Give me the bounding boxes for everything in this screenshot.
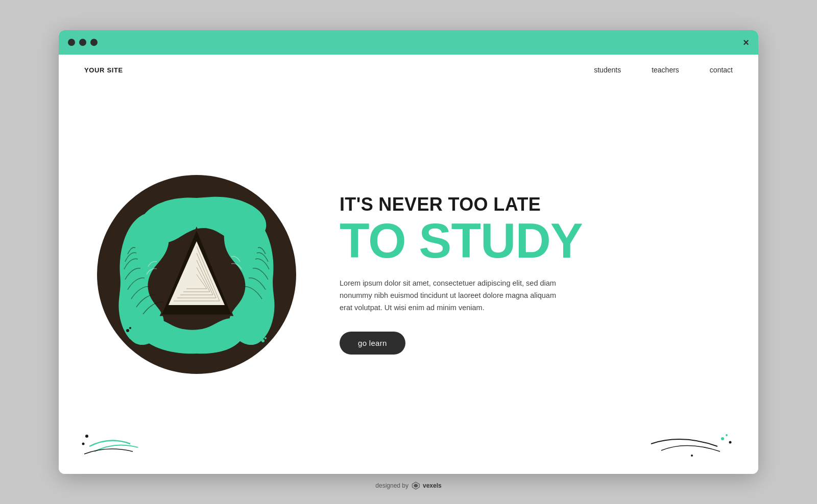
svg-point-5 — [85, 435, 88, 438]
svg-point-2 — [129, 327, 131, 329]
svg-point-8 — [726, 434, 728, 436]
svg-point-9 — [729, 441, 732, 444]
hero-section: IT'S NEVER TOO LATE TO STUDY Lorem ipsum… — [59, 85, 758, 474]
dot-1 — [68, 39, 75, 46]
browser-window: × YOUR SITE students teachers contact — [59, 30, 758, 474]
svg-point-6 — [82, 443, 85, 445]
dot-2 — [79, 39, 86, 46]
cta-button[interactable]: go learn — [340, 332, 405, 355]
close-button[interactable]: × — [743, 37, 749, 47]
watermark-prefix: designed by — [375, 482, 408, 489]
nav-logo[interactable]: YOUR SITE — [84, 66, 123, 74]
nav-link-students[interactable]: students — [594, 66, 621, 74]
svg-point-7 — [721, 437, 724, 440]
hero-subtitle: IT'S NEVER TOO LATE — [340, 194, 733, 215]
nav-links: students teachers contact — [594, 66, 733, 74]
nav-link-contact[interactable]: contact — [710, 66, 733, 74]
svg-point-10 — [691, 455, 693, 457]
hero-text: IT'S NEVER TOO LATE TO STUDY Lorem ipsum… — [304, 194, 733, 365]
svg-point-4 — [265, 337, 267, 339]
vexels-logo-icon — [412, 482, 420, 490]
browser-titlebar: × — [59, 30, 758, 55]
svg-point-3 — [261, 339, 265, 342]
nav-link-teachers[interactable]: teachers — [652, 66, 679, 74]
navbar: YOUR SITE students teachers contact — [59, 55, 758, 85]
watermark-brand: vexels — [423, 482, 442, 489]
deco-bottom-left — [79, 421, 171, 464]
hero-illustration — [89, 167, 304, 382]
svg-point-1 — [126, 329, 129, 332]
browser-dots — [68, 39, 98, 46]
dot-3 — [90, 39, 98, 46]
browser-content: YOUR SITE students teachers contact — [59, 55, 758, 474]
hero-body: Lorem ipsum dolor sit amet, consectetuer… — [340, 278, 559, 314]
deco-bottom-right — [636, 421, 738, 464]
svg-marker-12 — [414, 484, 418, 488]
hero-title: TO STUDY — [340, 216, 733, 265]
